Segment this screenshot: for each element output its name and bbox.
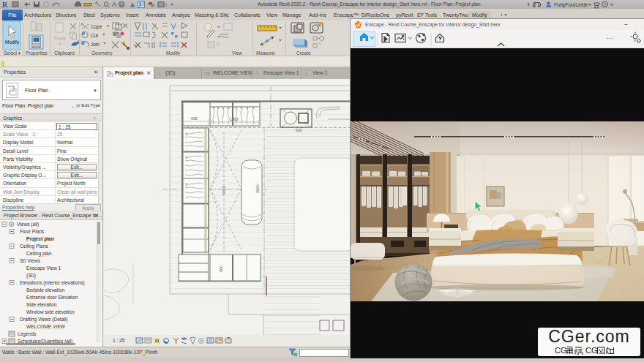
svg-text:600: 600 [296,128,302,132]
svg-text:3D Views: 3D Views [20,258,40,263]
svg-text:Window side elevation: Window side elevation [26,309,75,314]
svg-text:Legends: Legends [18,331,37,337]
svg-text:3000: 3000 [255,184,260,193]
svg-text:R: R [2,1,8,9]
svg-text:FortyFourLeIde: FortyFourLeIde [554,2,588,8]
svg-text:Views (all): Views (all) [17,222,39,227]
svg-text:Floor Plans: Floor Plans [20,229,45,234]
svg-text:Ceiling plan: Ceiling plan [26,251,52,257]
svg-text:1063: 1063 [230,117,239,121]
svg-text:9010: 9010 [222,186,226,195]
svg-text:Join: Join [91,42,100,47]
svg-text:Cut: Cut [91,33,98,38]
svg-text:400: 400 [219,265,223,272]
svg-text:A: A [112,1,116,8]
svg-text:Bedside elevation: Bedside elevation [26,287,64,293]
svg-text:Side elevation: Side elevation [26,302,57,307]
svg-text:Project plan: Project plan [26,236,54,242]
svg-text:Entrance door Elevation: Entrance door Elevation [26,295,78,300]
svg-text:Modify: Modify [5,39,20,45]
svg-text:Elevations (Interior elevation: Elevations (Interior elevations) [20,280,85,286]
svg-text:⋯: ⋯ [607,34,613,42]
svg-text:CG: CG [555,346,567,355]
svg-text:Enscape View 1: Enscape View 1 [26,265,61,271]
svg-text:655: 655 [191,116,198,121]
svg-text:Cope: Cope [91,24,102,30]
svg-text:WELCOME VIEW: WELCOME VIEW [26,324,66,329]
svg-text:Ceiling Plans: Ceiling Plans [20,244,48,249]
svg-text:CG: CG [585,346,598,355]
svg-text:{3D}: {3D} [26,273,37,279]
svg-text:Drafting Views (Detail): Drafting Views (Detail) [20,317,67,323]
svg-text:Paste: Paste [54,36,67,41]
svg-text:?: ? [604,2,607,7]
